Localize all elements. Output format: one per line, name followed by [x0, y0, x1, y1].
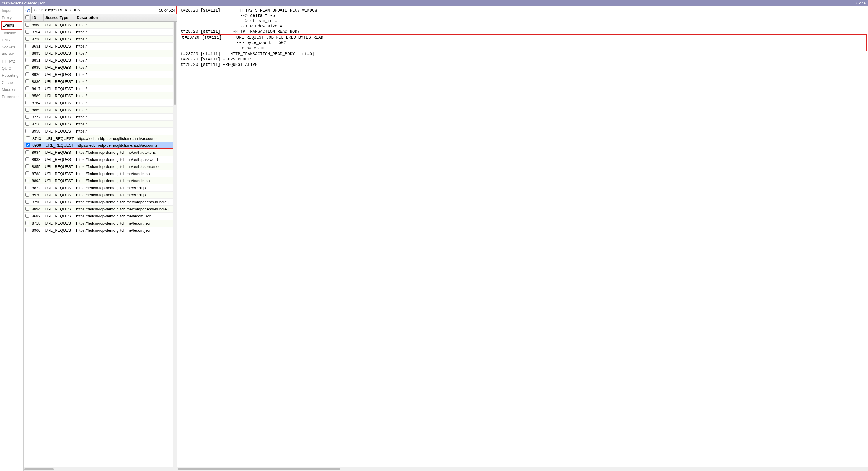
table-row[interactable]: 8726URL_REQUESThttps:/ — [24, 36, 177, 43]
row-checkbox[interactable] — [25, 193, 29, 196]
sidebar-item-cache[interactable]: Cache — [1, 79, 22, 86]
row-id: 8743 — [31, 136, 44, 141]
row-checkbox[interactable] — [25, 58, 29, 62]
detail-pane[interactable]: t=28720 [st=111] HTTP2_STREAM_UPDATE_REC… — [177, 6, 868, 471]
row-checkbox[interactable] — [25, 44, 29, 48]
row-id: 8589 — [31, 94, 44, 98]
row-checkbox[interactable] — [25, 122, 29, 126]
table-row[interactable]: 8617URL_REQUESThttps:/ — [24, 85, 177, 92]
row-checkbox[interactable] — [25, 101, 29, 104]
row-checkbox[interactable] — [25, 179, 29, 182]
sidebar-item-dns[interactable]: DNS — [1, 37, 22, 44]
table-row[interactable]: 8718URL_REQUESThttps://fedcm-idp-demo.gl… — [24, 220, 177, 227]
row-checkbox[interactable] — [25, 115, 29, 119]
horizontal-scrollbar-right[interactable] — [177, 467, 868, 471]
header-source-type[interactable]: Source Type — [44, 14, 75, 21]
row-checkbox[interactable] — [25, 80, 29, 83]
table-row[interactable]: 8830URL_REQUESThttps:/ — [24, 78, 177, 85]
sidebar-item-reporting[interactable]: Reporting — [1, 72, 22, 79]
table-row[interactable]: 8869URL_REQUESThttps:/ — [24, 106, 177, 114]
select-all-checkbox[interactable] — [25, 15, 29, 19]
table-row[interactable]: 8631URL_REQUESThttps:/ — [24, 43, 177, 50]
vertical-scrollbar[interactable] — [173, 22, 177, 467]
row-id: 8830 — [31, 80, 44, 84]
sidebar-item-events[interactable]: Events — [1, 21, 22, 30]
row-description: https://fedcm-idp-demo.glitch.me/client.… — [75, 186, 177, 190]
row-checkbox[interactable] — [25, 157, 29, 161]
table-row[interactable]: 8851URL_REQUESThttps:/ — [24, 57, 177, 64]
row-source-type: URL_REQUEST — [44, 51, 75, 56]
table-row[interactable]: 8822URL_REQUESThttps://fedcm-idp-demo.gl… — [24, 184, 177, 191]
row-checkbox[interactable] — [25, 186, 29, 189]
filter-input[interactable] — [31, 7, 158, 13]
table-row[interactable]: 8743URL_REQUESThttps://fedcm-idp-demo.gl… — [24, 135, 177, 142]
table-row[interactable]: 8568URL_REQUESThttps:/ — [24, 22, 177, 29]
table-row[interactable]: 8968URL_REQUESThttps://fedcm-idp-demo.gl… — [24, 142, 177, 149]
table-row[interactable]: 8894URL_REQUESThttps://fedcm-idp-demo.gl… — [24, 206, 177, 213]
log-line: t=28720 [st=111] -HTTP_TRANSACTION_READ_… — [181, 29, 867, 34]
table-row[interactable]: 8716URL_REQUESThttps:/ — [24, 121, 177, 128]
sidebar-item-alt-svc[interactable]: Alt-Svc — [1, 51, 22, 58]
row-checkbox[interactable] — [26, 136, 30, 140]
row-source-type: URL_REQUEST — [44, 136, 75, 141]
row-checkbox[interactable] — [25, 150, 29, 154]
sidebar-item-proxy[interactable]: Proxy — [1, 14, 22, 21]
table-row[interactable]: 8926URL_REQUESThttps:/ — [24, 71, 177, 78]
horizontal-scrollbar-left[interactable] — [24, 467, 177, 471]
row-source-type: URL_REQUEST — [44, 122, 75, 126]
table-row[interactable]: 8682URL_REQUESThttps://fedcm-idp-demo.gl… — [24, 213, 177, 220]
row-checkbox[interactable] — [25, 30, 29, 34]
table-row[interactable]: 8764URL_REQUESThttps:/ — [24, 99, 177, 106]
table-row[interactable]: 8958URL_REQUESThttps:/ — [24, 128, 177, 135]
header-description[interactable]: Description — [75, 14, 177, 21]
row-checkbox[interactable] — [25, 164, 29, 168]
sidebar-item-http/2[interactable]: HTTP/2 — [1, 58, 22, 65]
row-description: https:/ — [75, 108, 177, 112]
table-row[interactable]: 8960URL_REQUESThttps://fedcm-idp-demo.gl… — [24, 227, 177, 234]
row-checkbox[interactable] — [25, 171, 29, 175]
row-checkbox[interactable] — [25, 200, 29, 203]
table-row[interactable]: 8893URL_REQUESThttps:/ — [24, 50, 177, 57]
table-row[interactable]: 8589URL_REQUESThttps:/ — [24, 92, 177, 99]
table-row[interactable]: 8984URL_REQUESThttps://fedcm-idp-demo.gl… — [24, 149, 177, 156]
table-row[interactable]: 8938URL_REQUESThttps://fedcm-idp-demo.gl… — [24, 156, 177, 163]
sidebar-item-sockets[interactable]: Sockets — [1, 44, 22, 51]
table-row[interactable]: 8920URL_REQUESThttps://fedcm-idp-demo.gl… — [24, 191, 177, 199]
code-link[interactable]: Code — [857, 1, 866, 5]
row-checkbox[interactable] — [25, 214, 29, 218]
row-checkbox[interactable] — [25, 51, 29, 55]
row-checkbox[interactable] — [26, 143, 30, 147]
sidebar-item-quic[interactable]: QUIC — [1, 65, 22, 72]
sidebar-item-prerender[interactable]: Prerender — [1, 93, 22, 100]
table-row[interactable]: 8788URL_REQUESThttps://fedcm-idp-demo.gl… — [24, 170, 177, 177]
row-source-type: URL_REQUEST — [44, 179, 75, 183]
row-source-type: URL_REQUEST — [44, 193, 75, 197]
row-checkbox[interactable] — [25, 228, 29, 232]
table-body[interactable]: 8568URL_REQUESThttps:/8754URL_REQUESThtt… — [24, 22, 177, 471]
sidebar-item-timeline[interactable]: Timeline — [1, 30, 22, 37]
filter-help-link[interactable]: (?) — [25, 8, 30, 12]
table-row[interactable]: 8754URL_REQUESThttps:/ — [24, 29, 177, 36]
table-row[interactable]: 8892URL_REQUESThttps://fedcm-idp-demo.gl… — [24, 177, 177, 184]
row-checkbox[interactable] — [25, 37, 29, 41]
row-checkbox[interactable] — [25, 72, 29, 76]
row-description: https://fedcm-idp-demo.glitch.me/fedcm.j… — [75, 221, 177, 225]
table-row[interactable]: 8777URL_REQUESThttps:/ — [24, 114, 177, 121]
row-checkbox[interactable] — [25, 108, 29, 112]
table-row[interactable]: 8855URL_REQUESThttps://fedcm-idp-demo.gl… — [24, 163, 177, 170]
row-checkbox[interactable] — [25, 221, 29, 225]
row-checkbox[interactable] — [25, 87, 29, 90]
row-checkbox[interactable] — [25, 207, 29, 211]
sidebar-item-modules[interactable]: Modules — [1, 86, 22, 93]
header-id[interactable]: ID — [31, 14, 44, 21]
row-checkbox[interactable] — [25, 65, 29, 69]
row-checkbox[interactable] — [25, 94, 29, 97]
sidebar-item-import[interactable]: Import — [1, 7, 22, 14]
table-row[interactable]: 8790URL_REQUESThttps://fedcm-idp-demo.gl… — [24, 199, 177, 206]
row-source-type: URL_REQUEST — [44, 228, 75, 232]
row-checkbox[interactable] — [25, 23, 29, 27]
table-row[interactable]: 8939URL_REQUESThttps:/ — [24, 64, 177, 71]
row-checkbox[interactable] — [25, 129, 29, 133]
row-source-type: URL_REQUEST — [44, 94, 75, 98]
row-id: 8855 — [31, 164, 44, 169]
